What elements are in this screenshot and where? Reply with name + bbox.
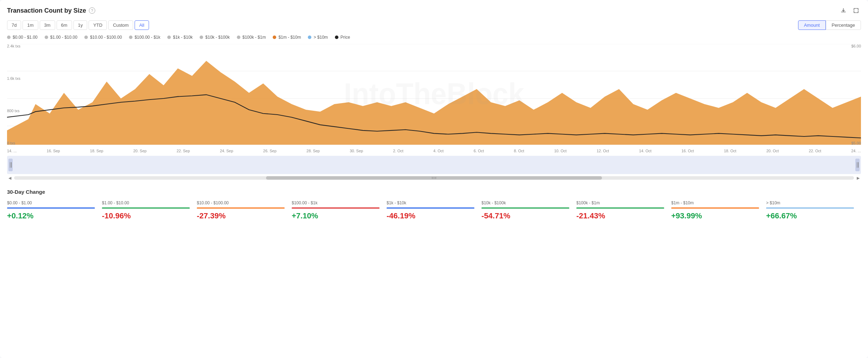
y-axis-left: 2.4k txs 1.6k txs 800 txs 0 txs <box>7 44 20 153</box>
header-row: Transaction Count by Size ? <box>7 6 861 15</box>
change-value-5: -54.71% <box>481 211 569 220</box>
time-btn-1y[interactable]: 1y <box>73 20 88 30</box>
legend-label-9: Price <box>341 35 350 40</box>
legend-label-8: > $10m <box>313 35 328 40</box>
change-value-6: -21.43% <box>576 211 664 220</box>
x-label-19: 22. Oct <box>809 149 821 153</box>
legend-dot-2 <box>84 36 88 39</box>
legend-dot-0 <box>7 36 11 39</box>
download-button[interactable] <box>838 6 848 15</box>
legend-dot-5 <box>200 36 203 39</box>
time-btn-6m[interactable]: 6m <box>57 20 72 30</box>
legend-item-6: $100k - $1m <box>237 35 266 40</box>
chart-svg: IntoTheBlock <box>7 44 861 153</box>
time-btn-all[interactable]: All <box>135 20 149 30</box>
time-btn-custom[interactable]: Custom <box>108 20 133 30</box>
range-handle-left[interactable] <box>8 159 13 171</box>
time-btn-7d[interactable]: 7d <box>7 20 21 30</box>
handle-line <box>858 162 859 168</box>
legend-dot-1 <box>45 36 48 39</box>
scrollbar-container: ◀ ▶ <box>7 175 861 180</box>
change-bar-3 <box>292 207 380 209</box>
change-label-1: $1.00 - $10.00 <box>102 200 190 205</box>
chart-wrapper: 2.4k txs 1.6k txs 800 txs 0 txs $6.00 $5… <box>7 44 861 153</box>
x-label-8: 30. Sep <box>350 149 363 153</box>
y-axis-right: $6.00 $5.00 <box>851 44 861 153</box>
legend-dot-4 <box>167 36 171 39</box>
scroll-grip <box>266 176 602 180</box>
handle-line <box>11 162 12 168</box>
legend-dot-6 <box>237 36 240 39</box>
x-label-0: 14. ... <box>7 149 17 153</box>
x-label-15: 14. Oct <box>639 149 651 153</box>
change-value-2: -27.39% <box>197 211 285 220</box>
legend-dot-3 <box>129 36 132 39</box>
y-label-mid1: 1.6k txs <box>7 76 20 81</box>
legend-item-2: $10.00 - $100.00 <box>84 35 122 40</box>
change-value-3: +7.10% <box>292 211 380 220</box>
legend-item-4: $1k - $10k <box>167 35 193 40</box>
scroll-left-arrow[interactable]: ◀ <box>8 176 11 180</box>
change-section-title: 30-Day Change <box>7 189 861 195</box>
legend-item-0: $0.00 - $1.00 <box>7 35 38 40</box>
x-label-7: 28. Sep <box>306 149 320 153</box>
change-item-4: $1k - $10k -46.19% <box>387 200 481 220</box>
change-item-8: > $10m +66.67% <box>766 200 861 220</box>
time-btn-3m[interactable]: 3m <box>40 20 55 30</box>
x-label-16: 16. Oct <box>681 149 694 153</box>
change-bar-4 <box>387 207 474 209</box>
expand-icon <box>853 8 859 13</box>
x-label-17: 18. Oct <box>724 149 736 153</box>
legend-item-9: Price <box>335 35 350 40</box>
change-label-7: $1m - $10m <box>671 200 759 205</box>
time-btn-1m[interactable]: 1m <box>22 20 38 30</box>
legend-item-5: $10k - $100k <box>200 35 229 40</box>
change-label-6: $100k - $1m <box>576 200 664 205</box>
change-label-8: > $10m <box>766 200 854 205</box>
y-label-mid2: 800 txs <box>7 109 20 113</box>
change-label-3: $100.00 - $1k <box>292 200 380 205</box>
expand-button[interactable] <box>851 6 861 15</box>
main-card: Transaction Count by Size ? 7d 1m 3m 6m … <box>0 0 868 358</box>
change-grid: $0.00 - $1.00 +0.12% $1.00 - $10.00 -10.… <box>7 200 861 220</box>
legend-label-2: $10.00 - $100.00 <box>90 35 122 40</box>
x-label-6: 26. Sep <box>263 149 277 153</box>
help-icon[interactable]: ? <box>89 7 95 14</box>
range-handle-right[interactable] <box>855 159 860 171</box>
change-label-0: $0.00 - $1.00 <box>7 200 95 205</box>
page-title: Transaction Count by Size <box>7 7 86 14</box>
change-label-2: $10.00 - $100.00 <box>197 200 285 205</box>
time-btn-ytd[interactable]: YTD <box>89 20 107 30</box>
legend-label-3: $100.00 - $1k <box>135 35 160 40</box>
change-value-8: +66.67% <box>766 211 854 220</box>
view-btn-percentage[interactable]: Percentage <box>826 20 861 30</box>
time-buttons: 7d 1m 3m 6m 1y YTD Custom All <box>7 20 149 30</box>
y-right-top: $6.00 <box>851 44 861 48</box>
change-bar-2 <box>197 207 285 209</box>
handle-line <box>857 162 857 168</box>
change-bar-0 <box>7 207 95 209</box>
legend-row: $0.00 - $1.00 $1.00 - $10.00 $10.00 - $1… <box>7 35 861 40</box>
handle-lines-left <box>10 162 12 168</box>
header-actions <box>838 6 861 15</box>
scrollbar-thumb[interactable] <box>266 176 602 180</box>
time-range-row: 7d 1m 3m 6m 1y YTD Custom All Amount Per… <box>7 20 861 30</box>
watermark: IntoTheBlock <box>344 77 525 110</box>
x-label-1: 16. Sep <box>47 149 60 153</box>
grip-line <box>434 177 434 179</box>
legend-dot-9 <box>335 36 338 39</box>
view-btn-amount[interactable]: Amount <box>798 20 826 30</box>
legend-item-7: $1m - $10m <box>273 35 301 40</box>
change-label-5: $10k - $100k <box>481 200 569 205</box>
y-label-top: 2.4k txs <box>7 44 20 48</box>
range-selector[interactable] <box>7 156 861 174</box>
change-item-3: $100.00 - $1k +7.10% <box>292 200 387 220</box>
scroll-right-arrow[interactable]: ▶ <box>857 176 860 180</box>
view-toggle: Amount Percentage <box>798 20 861 30</box>
x-label-14: 12. Oct <box>597 149 609 153</box>
change-bar-8 <box>766 207 854 209</box>
x-label-18: 20. Oct <box>766 149 779 153</box>
legend-label-5: $10k - $100k <box>205 35 229 40</box>
download-icon <box>841 8 846 13</box>
change-item-0: $0.00 - $1.00 +0.12% <box>7 200 102 220</box>
